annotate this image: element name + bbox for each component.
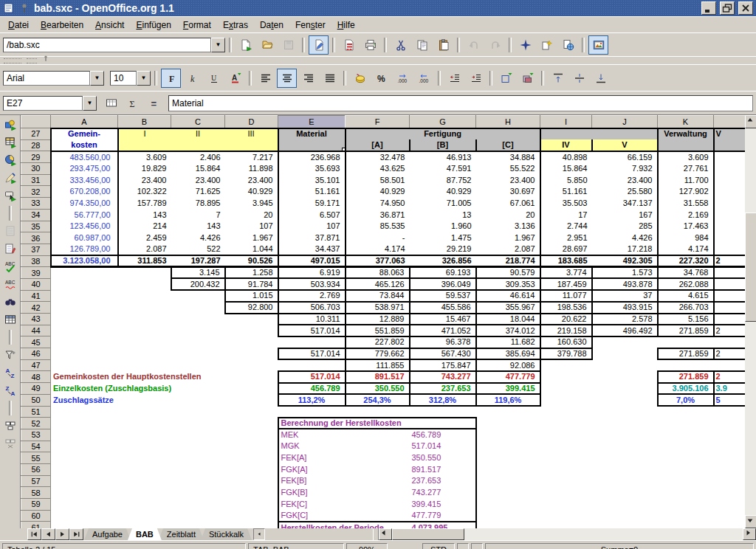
cell-A61[interactable] [51, 522, 118, 528]
cell-E61[interactable]: Herstellkosten der Periode [278, 522, 410, 528]
cell-F56[interactable] [346, 463, 410, 475]
cell-E53[interactable]: MEK [278, 429, 346, 441]
cell-A45[interactable] [51, 336, 118, 348]
cell-D34[interactable]: 20 [225, 209, 278, 221]
cell-E56[interactable]: FGK[A] [278, 463, 346, 475]
cell-H34[interactable]: 20 [476, 209, 540, 221]
cell-A35[interactable]: 123.456,00 [51, 221, 118, 232]
cell-K45[interactable] [658, 336, 714, 348]
cell-D55[interactable] [225, 452, 278, 464]
cell-D35[interactable]: 107 [225, 221, 278, 232]
cell-B27[interactable]: I [118, 128, 171, 140]
edit-file-button[interactable] [309, 35, 329, 55]
cell-I61[interactable] [540, 522, 592, 528]
navigator-button[interactable] [515, 35, 535, 55]
cell-I48[interactable] [540, 371, 592, 383]
cell-C61[interactable] [171, 522, 225, 528]
sheet-tab-zeitblatt[interactable]: Zeitblatt [159, 528, 204, 540]
cell-I47[interactable] [540, 359, 592, 371]
cell-H54[interactable] [476, 441, 540, 452]
cell-D59[interactable] [225, 499, 278, 511]
cell-E57[interactable]: FEK[B] [278, 475, 346, 487]
row-header-45[interactable]: 45 [21, 336, 51, 348]
cell-J39[interactable]: 1.573 [592, 267, 658, 279]
hyperlink-button[interactable] [558, 35, 578, 55]
cell-K33[interactable]: 31.558 [658, 198, 714, 210]
cell-E40[interactable]: 503.934 [278, 278, 346, 290]
cell-G47[interactable]: 175.847 [410, 359, 476, 371]
cell-G58[interactable]: 743.277 [410, 487, 476, 499]
cell-H30[interactable]: 55.522 [476, 163, 540, 175]
cell-D37[interactable]: 1.044 [225, 244, 278, 255]
tab-scroll-button[interactable] [253, 528, 265, 540]
cell-K57[interactable] [658, 475, 714, 487]
cell-G49[interactable]: 237.653 [410, 383, 476, 395]
cell-I59[interactable] [540, 499, 592, 511]
cell-B39[interactable] [118, 267, 171, 279]
cell-B55[interactable] [118, 452, 171, 464]
cell-D30[interactable]: 11.898 [225, 163, 278, 175]
column-header-D[interactable]: D [225, 116, 278, 128]
cell-A33[interactable]: 974.350,00 [51, 198, 118, 210]
cell-H41[interactable]: 46.614 [476, 290, 540, 302]
cell-G55[interactable]: 350.550 [410, 452, 476, 464]
cell-A31[interactable]: 333.456,00 [51, 174, 118, 186]
cell-G50[interactable]: 312,8% [410, 394, 476, 406]
cell-A48[interactable]: Gemeinkosten der Hauptkostenstellen [51, 371, 278, 383]
cell-K56[interactable] [658, 463, 714, 475]
cell-G45[interactable]: 96.378 [410, 336, 476, 348]
cell-L57[interactable] [714, 475, 746, 487]
menu-extras[interactable]: Extras [217, 18, 254, 32]
cell-D42[interactable]: 92.800 [225, 302, 278, 314]
cell-D29[interactable]: 7.217 [225, 151, 278, 163]
insert-button[interactable] [2, 117, 18, 132]
cell-J28[interactable]: V [592, 139, 658, 151]
vertical-scrollbar-thumb[interactable] [745, 213, 756, 322]
cell-B57[interactable] [118, 475, 171, 487]
cell-A39[interactable] [51, 267, 118, 279]
row-header-49[interactable]: 49 [21, 383, 51, 395]
cell-F29[interactable]: 32.478 [346, 151, 410, 163]
menu-fenster[interactable]: Fenster [289, 18, 331, 32]
cell-L32[interactable] [714, 186, 746, 198]
cell-E55[interactable]: FEK[A] [278, 452, 346, 464]
cell-E31[interactable]: 35.101 [278, 174, 346, 186]
cell-A30[interactable]: 293.475,00 [51, 163, 118, 175]
cell-F32[interactable]: 40.929 [346, 186, 410, 198]
cell-G38[interactable]: 326.856 [410, 255, 476, 267]
cell-K53[interactable] [658, 429, 714, 441]
cell-A44[interactable] [51, 325, 118, 336]
cell-K54[interactable] [658, 441, 714, 452]
cell-D36[interactable]: 1.967 [225, 232, 278, 244]
cell-A41[interactable] [51, 290, 118, 302]
cell-E45[interactable] [278, 336, 346, 348]
cell-C36[interactable]: 4.426 [171, 232, 225, 244]
cell-F36[interactable]: - [346, 232, 410, 244]
cell-H56[interactable] [476, 463, 540, 475]
menu-datei[interactable]: Datei [2, 18, 35, 32]
cell-C55[interactable] [171, 452, 225, 464]
cell-J44[interactable]: 496.492 [592, 325, 658, 336]
row-header-55[interactable]: 55 [21, 452, 51, 464]
cell-H29[interactable]: 34.884 [476, 151, 540, 163]
cell-D53[interactable] [225, 429, 278, 441]
cell-K51[interactable] [658, 406, 714, 418]
cell-J61[interactable] [592, 522, 658, 528]
cell-H44[interactable]: 374.012 [476, 325, 540, 336]
font-size-input[interactable] [110, 71, 137, 86]
spellcheck-button[interactable]: ABC [2, 259, 18, 274]
cell-E33[interactable]: 59.171 [278, 198, 346, 210]
cell-D58[interactable] [225, 487, 278, 499]
font-name-dropdown-button[interactable]: ▼ [90, 71, 104, 86]
cell-H50[interactable]: 119,6% [476, 394, 540, 406]
row-header-29[interactable]: 29 [21, 151, 51, 163]
cell-E58[interactable]: FGK[B] [278, 487, 346, 499]
cell-K38[interactable]: 227.320 [658, 255, 714, 267]
number-del-decimal-button[interactable]: .000 [414, 69, 434, 88]
row-header-30[interactable]: 30 [21, 163, 51, 175]
cell-G56[interactable]: 891.517 [410, 463, 476, 475]
cell-G60[interactable]: 477.779 [410, 510, 476, 522]
cell-G59[interactable]: 399.415 [410, 499, 476, 511]
cell-L29[interactable] [714, 151, 746, 163]
cell-I34[interactable]: 17 [540, 209, 592, 221]
